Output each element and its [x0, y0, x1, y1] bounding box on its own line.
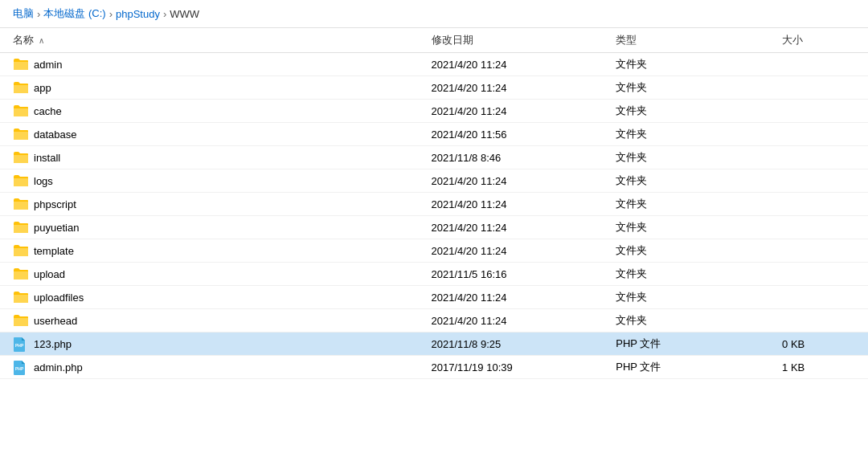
file-size [776, 193, 868, 216]
file-type: 文件夹 [609, 239, 776, 263]
file-name-cell: phpscript [0, 193, 425, 216]
file-name-label: 123.php [34, 338, 72, 350]
breadcrumb-pc[interactable]: 电脑 [13, 6, 34, 21]
file-date: 2021/4/20 11:24 [425, 309, 610, 333]
file-date: 2021/4/20 11:24 [425, 76, 610, 100]
table-row[interactable]: install2021/11/8 8:46文件夹 [0, 146, 868, 169]
breadcrumb-sep-2: › [109, 8, 113, 20]
file-size [776, 309, 868, 333]
file-name-label: template [34, 245, 74, 257]
folder-icon [13, 174, 27, 187]
folder-icon [13, 244, 27, 257]
file-name-cell: PHP admin.php [0, 356, 425, 379]
file-name-cell: template [0, 239, 425, 263]
file-date: 2021/4/20 11:24 [425, 286, 610, 309]
breadcrumb-www: WWW [170, 8, 199, 20]
table-row[interactable]: PHP admin.php2017/11/19 10:39PHP 文件1 KB [0, 356, 868, 379]
file-type: 文件夹 [609, 216, 776, 239]
file-size [776, 100, 868, 123]
sort-arrow-name: ∧ [39, 36, 44, 45]
file-date: 2021/11/8 9:25 [425, 333, 610, 356]
col-header-name[interactable]: 名称 ∧ [0, 28, 425, 53]
table-row[interactable]: userhead2021/4/20 11:24文件夹 [0, 309, 868, 333]
folder-icon [13, 81, 27, 94]
file-name-cell: database [0, 123, 425, 146]
file-type: 文件夹 [609, 123, 776, 146]
file-name-label: admin [34, 59, 62, 71]
folder-icon [13, 198, 27, 210]
breadcrumb-c-drive[interactable]: 本地磁盘 (C:) [43, 6, 105, 21]
file-date: 2021/4/20 11:56 [425, 123, 610, 146]
file-size: 1 KB [776, 356, 868, 379]
file-type: 文件夹 [609, 309, 776, 333]
table-row[interactable]: admin2021/4/20 11:24文件夹 [0, 53, 868, 76]
file-name-label: install [34, 152, 60, 164]
file-table: 名称 ∧ 修改日期 类型 大小 admin2021/4/20 11:24文件夹 … [0, 28, 868, 379]
col-header-size[interactable]: 大小 [776, 28, 868, 53]
svg-text:PHP: PHP [15, 343, 24, 348]
file-name-label: phpscript [34, 198, 76, 210]
file-explorer: 名称 ∧ 修改日期 类型 大小 admin2021/4/20 11:24文件夹 … [0, 28, 868, 451]
table-row[interactable]: app2021/4/20 11:24文件夹 [0, 76, 868, 100]
file-name-label: logs [34, 175, 53, 187]
folder-icon [13, 128, 27, 141]
file-size [776, 123, 868, 146]
file-size [776, 239, 868, 263]
file-size [776, 146, 868, 169]
folder-icon [13, 291, 27, 304]
file-type: 文件夹 [609, 169, 776, 193]
table-row[interactable]: template2021/4/20 11:24文件夹 [0, 239, 868, 263]
file-type: 文件夹 [609, 193, 776, 216]
file-name-cell: app [0, 76, 425, 100]
svg-text:PHP: PHP [15, 366, 24, 371]
file-size: 0 KB [776, 333, 868, 356]
col-header-date[interactable]: 修改日期 [425, 28, 610, 53]
file-name-cell: install [0, 146, 425, 169]
table-header-row: 名称 ∧ 修改日期 类型 大小 [0, 28, 868, 53]
file-size [776, 76, 868, 100]
file-type: PHP 文件 [609, 333, 776, 356]
table-row[interactable]: upload2021/11/5 16:16文件夹 [0, 263, 868, 286]
file-name-label: database [34, 129, 77, 141]
file-size [776, 53, 868, 76]
file-date: 2021/4/20 11:24 [425, 239, 610, 263]
file-size [776, 263, 868, 286]
file-date: 2021/11/5 16:16 [425, 263, 610, 286]
file-date: 2021/4/20 11:24 [425, 169, 610, 193]
file-name-cell: admin [0, 53, 425, 76]
folder-icon [13, 151, 27, 164]
table-row[interactable]: logs2021/4/20 11:24文件夹 [0, 169, 868, 193]
folder-icon [13, 267, 27, 280]
file-date: 2021/4/20 11:24 [425, 53, 610, 76]
table-row[interactable]: database2021/4/20 11:56文件夹 [0, 123, 868, 146]
file-date: 2021/11/8 8:46 [425, 146, 610, 169]
folder-icon [13, 221, 27, 234]
file-name-cell: upload [0, 263, 425, 286]
folder-icon [13, 58, 27, 71]
file-date: 2021/4/20 11:24 [425, 216, 610, 239]
file-name-cell: PHP 123.php [0, 333, 425, 356]
table-row[interactable]: cache2021/4/20 11:24文件夹 [0, 100, 868, 123]
folder-icon [13, 314, 27, 327]
table-row[interactable]: puyuetian2021/4/20 11:24文件夹 [0, 216, 868, 239]
file-name-label: puyuetian [34, 222, 79, 234]
file-name-cell: cache [0, 100, 425, 123]
php-file-icon: PHP [13, 337, 27, 350]
file-date: 2021/4/20 11:24 [425, 193, 610, 216]
breadcrumb-phpstudy[interactable]: phpStudy [116, 8, 160, 20]
file-date: 2021/4/20 11:24 [425, 100, 610, 123]
table-row[interactable]: uploadfiles2021/4/20 11:24文件夹 [0, 286, 868, 309]
file-type: 文件夹 [609, 53, 776, 76]
file-name-label: upload [34, 268, 65, 280]
file-type: 文件夹 [609, 263, 776, 286]
table-row[interactable]: PHP 123.php2021/11/8 9:25PHP 文件0 KB [0, 333, 868, 356]
file-date: 2017/11/19 10:39 [425, 356, 610, 379]
file-size [776, 286, 868, 309]
file-name-label: uploadfiles [34, 292, 84, 304]
file-size [776, 216, 868, 239]
breadcrumb-sep-3: › [163, 8, 166, 20]
file-size [776, 169, 868, 193]
file-name-cell: uploadfiles [0, 286, 425, 309]
table-row[interactable]: phpscript2021/4/20 11:24文件夹 [0, 193, 868, 216]
col-header-type[interactable]: 类型 [609, 28, 776, 53]
